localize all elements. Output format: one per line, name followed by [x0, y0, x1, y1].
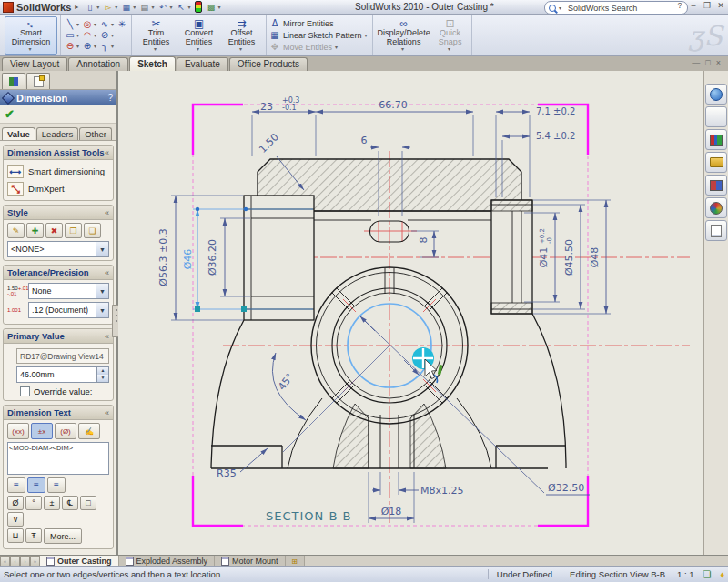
tab-other[interactable]: Other — [79, 127, 112, 140]
feature-manager-tab[interactable] — [2, 73, 25, 89]
restore-button[interactable]: ❐ — [702, 1, 713, 10]
dimension-text-box[interactable]: <MOD-DIAM><DIM> — [7, 442, 109, 475]
line-tool-icon[interactable]: ╲ — [64, 19, 76, 29]
style-load-button[interactable]: ❏ — [84, 223, 101, 238]
tab-sketch[interactable]: Sketch — [129, 56, 176, 71]
centerline-symbol-button[interactable]: ℄ — [62, 496, 78, 510]
rectangle-tool-icon[interactable]: ▭ — [64, 30, 76, 40]
plusminus-symbol-button[interactable]: ± — [44, 496, 60, 510]
style-apply-default-button[interactable]: ✎ — [7, 223, 25, 238]
override-checkbox[interactable] — [20, 386, 30, 396]
style-save-button[interactable]: ❐ — [65, 223, 82, 238]
search-dropdown-icon[interactable]: ▾ — [559, 5, 561, 11]
ok-button[interactable]: ✔ — [5, 107, 15, 121]
align-left-button[interactable]: ≡ — [7, 477, 25, 493]
custom-properties-button[interactable] — [705, 220, 727, 241]
tab-evaluate[interactable]: Evaluate — [177, 57, 228, 71]
inspection-dimension-button[interactable]: (Ø) — [55, 423, 76, 439]
dimension-handle[interactable] — [241, 306, 247, 312]
style-dropdown[interactable]: <NONE>▼ — [7, 241, 109, 257]
align-right-button[interactable]: ≡ — [47, 477, 66, 493]
centerpoint-tool-icon[interactable]: ⊕ — [81, 41, 94, 51]
arc-tool-icon[interactable]: ◠ — [81, 30, 94, 40]
spline-tool-icon[interactable]: ∿ — [98, 19, 111, 29]
convert-entities-button[interactable]: ▣ Convert Entities▾ — [177, 18, 220, 53]
solidworks-resources-button[interactable] — [705, 84, 727, 105]
fillet-tool-icon[interactable]: ╮ — [98, 41, 111, 51]
smart-dimension-button[interactable]: ↔ Smart Dimension ▾ — [5, 16, 57, 55]
more-symbols-dropdown[interactable]: ∨ — [7, 512, 24, 527]
tab-value[interactable]: Value — [2, 127, 35, 140]
center-text-button[interactable]: ±x — [31, 423, 53, 439]
precision-dropdown[interactable]: .12 (Document)▼ — [28, 302, 109, 318]
override-value-row[interactable]: Override value: — [20, 386, 109, 396]
square-symbol-button[interactable]: □ — [80, 496, 96, 510]
circle-tool-icon[interactable]: ◎ — [81, 19, 94, 29]
dimension-handle[interactable] — [195, 306, 200, 312]
tab-leaders[interactable]: Leaders — [36, 127, 78, 140]
diameter-symbol-button[interactable]: Ø — [7, 496, 24, 510]
help-button[interactable]: ? — [674, 1, 685, 10]
display-delete-relations-button[interactable]: ∞ Display/Delete Relations▾ — [376, 18, 432, 53]
save-icon[interactable]: ▦ — [120, 3, 132, 12]
dimxpert-option[interactable]: ⟷ DimXpert — [7, 180, 109, 197]
align-center-button[interactable]: ≡ — [27, 477, 46, 493]
menu-expand-icon[interactable]: ▸ — [75, 3, 78, 11]
options-icon[interactable]: ▩ — [205, 3, 217, 12]
spinner-arrows[interactable]: ▲▼ — [96, 367, 108, 382]
close-button[interactable]: ✕ — [715, 1, 726, 10]
drawing-canvas[interactable]: 23 +0.3 -0.1 66.70 7.1 ±0.2 5.4 ±0.2 1.5… — [118, 71, 703, 555]
collapse-icon[interactable]: « — [105, 148, 109, 157]
rebuild-icon[interactable] — [195, 1, 202, 13]
trim-entities-button[interactable]: ✂ Trim Entities▾ — [135, 18, 177, 53]
view-palette-button[interactable] — [705, 175, 727, 196]
undo-icon[interactable]: ↶ — [157, 3, 168, 12]
file-explorer-button[interactable] — [705, 152, 727, 173]
tab-office-products[interactable]: Office Products — [229, 57, 308, 71]
search-box[interactable]: ▾ — [544, 1, 688, 15]
style-delete-button[interactable]: ✖ — [46, 223, 63, 238]
dimension-handle[interactable] — [196, 207, 199, 211]
more-symbols-button[interactable]: More... — [44, 528, 82, 544]
left-boss-section[interactable] — [244, 196, 314, 320]
design-library-button[interactable] — [705, 129, 727, 150]
doc-restore-button[interactable]: □ — [705, 58, 710, 67]
right-boss-section[interactable] — [491, 200, 532, 314]
offset-text-button[interactable]: ✍ — [78, 423, 100, 439]
select-icon[interactable]: ↖ — [175, 3, 187, 12]
home-button[interactable] — [705, 106, 727, 127]
point-tool-icon[interactable]: ✳ — [116, 19, 128, 29]
tab-view-layout[interactable]: View Layout — [2, 57, 67, 71]
parenthesis-button[interactable]: (xx) — [7, 423, 29, 439]
smart-dimensioning-option[interactable]: ⟷ Smart dimensioning — [7, 163, 109, 180]
offset-entities-button[interactable]: ⇉ Offset Entities▾ — [220, 18, 263, 53]
tag-icon[interactable]: ⬧ — [721, 569, 725, 580]
linear-sketch-pattern-button[interactable]: ▦ Linear Sketch Pattern▾ — [269, 29, 369, 41]
search-input[interactable] — [566, 3, 670, 14]
property-manager-tab[interactable] — [26, 73, 50, 89]
tolerance-type-dropdown[interactable]: None▼ — [28, 283, 109, 299]
part-geometry[interactable] — [211, 159, 566, 468]
new-file-icon[interactable]: ▯ — [84, 3, 96, 12]
tab-annotation[interactable]: Annotation — [68, 57, 128, 71]
linear-pattern-icon: ▦ — [269, 30, 280, 40]
panel-help-icon[interactable]: ? — [107, 93, 113, 103]
doc-close-button[interactable]: × — [716, 58, 721, 67]
dimension-value-spinner[interactable]: 46.00mm ▲▼ — [16, 366, 109, 383]
mirror-entities-button[interactable]: Δ Mirror Entities — [269, 17, 369, 29]
slot-tool-icon[interactable]: ⊖ — [64, 41, 76, 51]
dimension-name-field[interactable]: RD17@Drawing View14 — [16, 348, 109, 364]
print-icon[interactable]: ▤ — [138, 3, 150, 12]
style-add-button[interactable]: ✚ — [26, 223, 44, 238]
appearances-button[interactable] — [705, 197, 727, 218]
command-manager-tabs: View Layout Annotation Sketch Evaluate O… — [0, 56, 728, 71]
minimize-button[interactable]: – — [688, 1, 699, 10]
depth-symbol-button[interactable]: Ŧ — [25, 528, 42, 543]
degree-symbol-button[interactable]: ° — [25, 496, 42, 510]
ellipse-tool-icon[interactable]: ⊘ — [98, 30, 111, 40]
dimension-handle[interactable] — [244, 207, 248, 211]
doc-minimize-button[interactable]: — — [692, 58, 700, 67]
open-file-icon[interactable]: ▻ — [102, 3, 114, 12]
counterbore-symbol-button[interactable]: ⊔ — [7, 528, 24, 543]
quick-tips-icon[interactable]: ❏ — [703, 569, 712, 579]
